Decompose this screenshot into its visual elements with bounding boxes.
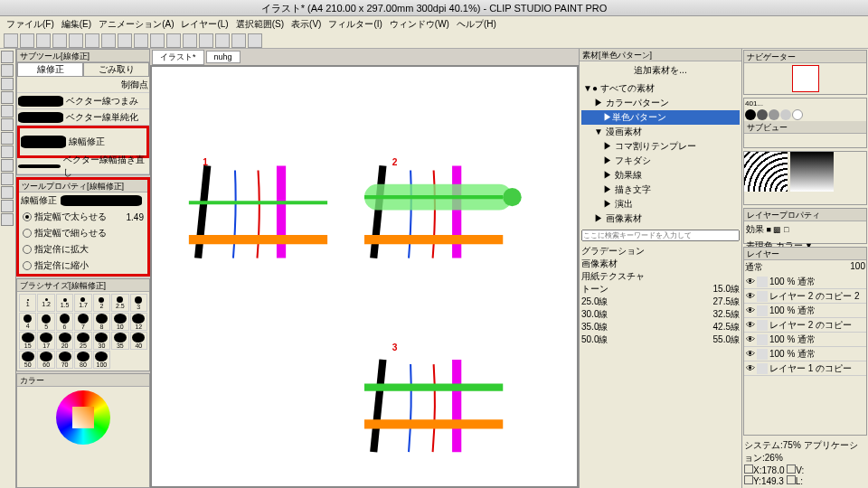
brush-size-cell[interactable]: 17 — [37, 332, 54, 350]
brush-size-cell[interactable]: 12 — [130, 313, 147, 331]
tool-btn[interactable] — [1, 78, 14, 90]
tool-icon[interactable] — [36, 33, 51, 48]
tool-icon[interactable] — [183, 33, 197, 48]
brush-size-cell[interactable]: 30 — [93, 332, 110, 350]
menu-sel[interactable]: 選択範囲(S) — [233, 18, 287, 31]
brush-size-cell[interactable]: 80 — [74, 351, 91, 369]
tool-icon[interactable] — [134, 33, 148, 48]
tool-btn[interactable] — [1, 186, 14, 199]
tool-icon[interactable] — [248, 33, 262, 48]
brush-size-cell[interactable]: 3 — [130, 294, 147, 312]
tool-btn[interactable] — [1, 200, 14, 212]
menu-file[interactable]: ファイル(F) — [4, 18, 57, 31]
tree-item[interactable]: ▶ カラーパターン — [581, 96, 740, 110]
tree-item[interactable]: ▶ フキダシ — [581, 154, 740, 168]
menu-layer[interactable]: レイヤー(L) — [178, 18, 231, 31]
brush-size-cell[interactable]: 70 — [56, 351, 73, 369]
mat-thumb[interactable] — [790, 152, 834, 192]
layer-row[interactable]: 👁100 % 通常 — [744, 275, 866, 289]
line-row[interactable]: 30.0線32.5線 — [581, 308, 740, 321]
tree-item[interactable]: ▶ 効果線 — [581, 168, 740, 183]
brush-size-cell[interactable]: 1.5 — [56, 294, 73, 312]
layer-row[interactable]: 👁レイヤー 2 のコピー — [744, 318, 866, 333]
tree-item[interactable]: ▼ 漫画素材 — [581, 125, 740, 139]
opt-shrink[interactable]: 指定倍に縮小 — [19, 258, 147, 274]
menu-edit[interactable]: 編集(E) — [59, 18, 94, 31]
subtool-tab-correct[interactable]: 線修正 — [17, 62, 83, 77]
menu-anim[interactable]: アニメーション(A) — [96, 18, 176, 31]
tree-item[interactable]: ▼● すべての素材 — [581, 81, 740, 96]
tree-item[interactable]: ▶ 描き文字 — [581, 183, 740, 197]
brush-size-cell[interactable]: 40 — [130, 332, 147, 350]
brush-size-cell[interactable]: 2 — [93, 294, 110, 312]
brush-size-cell[interactable]: 15 — [19, 332, 36, 350]
line-row[interactable]: 25.0線27.5線 — [581, 296, 740, 308]
tool-btn[interactable] — [1, 118, 14, 131]
brush-size-cell[interactable]: 100 — [93, 351, 110, 369]
brush-size-cell[interactable]: 1 — [19, 294, 36, 312]
cat-row[interactable]: 画像素材 — [581, 258, 740, 270]
tool-icon[interactable] — [166, 33, 181, 48]
subtool-item[interactable]: ベクター線幅描き直し — [17, 158, 149, 174]
brush-size-cell[interactable]: 7 — [74, 313, 91, 331]
opt-thin[interactable]: 指定幅で細らせる — [19, 225, 147, 241]
tool-icon[interactable] — [69, 33, 83, 48]
tool-icon[interactable] — [199, 33, 213, 48]
tool-icon[interactable] — [118, 33, 132, 48]
color-wheel[interactable] — [56, 390, 110, 445]
subtool-item[interactable]: ベクター線つまみ — [17, 93, 149, 109]
tool-icon[interactable] — [231, 33, 246, 48]
navigator-thumb[interactable] — [792, 65, 819, 92]
tool-btn[interactable] — [1, 132, 14, 145]
layer-row[interactable]: 👁レイヤー 2 のコピー 2 — [744, 289, 866, 304]
tool-btn[interactable] — [1, 173, 14, 185]
tool-btn[interactable] — [1, 91, 14, 104]
tree-item[interactable]: ▶ 演出 — [581, 197, 740, 211]
subtool-item[interactable]: ベクター線単純化 — [17, 109, 149, 126]
opt-enlarge[interactable]: 指定倍に拡大 — [19, 241, 147, 258]
line-row[interactable]: 50.0線55.0線 — [581, 333, 740, 346]
brush-size-cell[interactable]: 20 — [56, 332, 73, 350]
mat-thumb[interactable] — [744, 152, 788, 192]
brush-size-cell[interactable]: 6 — [56, 313, 73, 331]
menu-filter[interactable]: フィルター(I) — [326, 18, 384, 31]
brush-size-cell[interactable]: 35 — [111, 332, 128, 350]
tool-icon[interactable] — [150, 33, 165, 48]
opt-thicken[interactable]: 指定幅で太らせる1.49 — [19, 209, 147, 225]
canvas[interactable]: 1 2 3 — [152, 67, 577, 486]
subtool-tab-dust[interactable]: ごみ取り — [83, 62, 149, 77]
tool-icon[interactable] — [20, 33, 34, 48]
tool-icon[interactable] — [52, 33, 67, 48]
doc-tab[interactable]: イラスト* — [152, 50, 204, 65]
doc-tab[interactable]: nuhg — [206, 51, 241, 63]
brush-size-cell[interactable]: 8 — [93, 313, 110, 331]
brush-size-cell[interactable]: 10 — [111, 313, 128, 331]
brush-size-cell[interactable]: 4 — [19, 313, 36, 331]
brush-size-cell[interactable]: 2.5 — [111, 294, 128, 312]
menu-help[interactable]: ヘルプ(H) — [454, 18, 499, 31]
tool-btn[interactable] — [1, 64, 14, 77]
tree-item-selected[interactable]: ▶単色パターン — [581, 110, 740, 125]
brush-size-cell[interactable]: 25 — [74, 332, 91, 350]
tool-icon[interactable] — [101, 33, 116, 48]
subtool-item[interactable]: 制御点 — [17, 77, 149, 93]
layer-row[interactable]: 👁100 % 通常 — [744, 347, 866, 361]
cat-row[interactable]: 用紙テクスチャ — [581, 270, 740, 283]
cat-row[interactable]: グラデーション — [581, 245, 740, 258]
tool-btn[interactable] — [1, 213, 14, 226]
brush-size-cell[interactable]: 1.2 — [37, 294, 54, 312]
add-material[interactable]: 追加素材を... — [580, 61, 741, 80]
brush-size-cell[interactable]: 1.7 — [74, 294, 91, 312]
line-row[interactable]: 35.0線42.5線 — [581, 321, 740, 333]
tree-item[interactable]: ▶ コマ割りテンプレー — [581, 139, 740, 154]
layer-row[interactable]: 👁レイヤー 1 のコピー — [744, 361, 866, 376]
material-search[interactable] — [581, 230, 740, 241]
tree-item[interactable]: ▶ 画像素材 — [581, 211, 740, 226]
tool-icon[interactable] — [85, 33, 99, 48]
tool-btn[interactable] — [1, 105, 14, 117]
tool-btn[interactable] — [1, 51, 14, 63]
tool-btn[interactable] — [1, 159, 14, 172]
brush-size-cell[interactable]: 60 — [37, 351, 54, 369]
menu-window[interactable]: ウィンドウ(W) — [387, 18, 452, 31]
brush-size-cell[interactable]: 5 — [37, 313, 54, 331]
